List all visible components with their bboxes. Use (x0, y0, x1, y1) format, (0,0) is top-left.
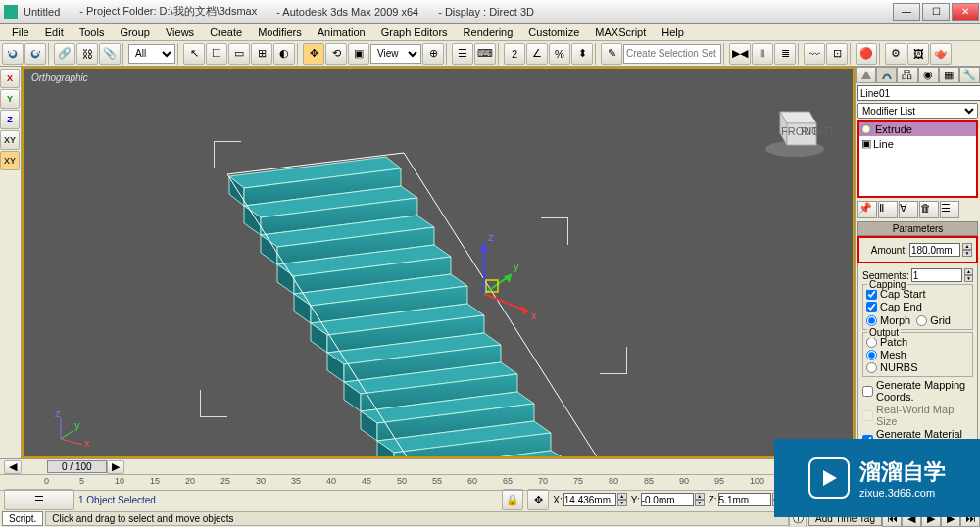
menu-rendering[interactable]: Rendering (456, 24, 521, 40)
script-label[interactable]: Script. (2, 511, 43, 526)
paint-select-button[interactable]: ◐ (273, 43, 295, 65)
menu-help[interactable]: Help (654, 24, 692, 40)
pin-stack-button[interactable]: 📌 (858, 201, 877, 218)
menu-file[interactable]: File (4, 24, 37, 40)
render-button[interactable]: 🫖 (930, 43, 952, 65)
material-editor-button[interactable]: 🔴 (856, 43, 877, 65)
segments-spinner[interactable]: ▲▼ (964, 268, 973, 282)
curve-editor-button[interactable]: 〰 (804, 43, 825, 65)
grid-radio[interactable] (916, 315, 927, 326)
cap-start-check[interactable] (866, 289, 877, 300)
move-gizmo[interactable]: x y z (455, 235, 553, 333)
frame-indicator[interactable]: 0 / 100 (47, 460, 107, 473)
cap-end-check[interactable] (866, 302, 877, 312)
maximize-button[interactable]: ☐ (922, 3, 950, 21)
stack-item-extrude[interactable]: Extrude (859, 122, 976, 136)
pivot-button[interactable]: ⊕ (422, 43, 444, 65)
snap-2d-button[interactable]: 2 (504, 43, 525, 65)
menu-create[interactable]: Create (202, 24, 250, 40)
morph-radio[interactable] (866, 315, 877, 326)
layers-button[interactable]: ≣ (774, 43, 796, 65)
mini-listener-toggle[interactable]: ☰ (4, 489, 74, 510)
create-tab[interactable] (856, 67, 876, 83)
align-button[interactable]: ⫴ (752, 43, 773, 65)
render-frame-button[interactable]: 🖼 (907, 43, 929, 65)
undo-button[interactable] (2, 43, 24, 65)
modifier-stack[interactable]: Extrude ▣Line (858, 120, 978, 198)
unique-button[interactable]: ∀ (899, 201, 918, 218)
select-button[interactable]: ↖ (183, 43, 205, 65)
constrain-x[interactable]: X (0, 69, 20, 88)
next-key-button[interactable]: ▶ (107, 460, 124, 474)
menu-grapheditors[interactable]: Graph Editors (373, 24, 456, 40)
stack-item-line[interactable]: ▣Line (859, 136, 976, 151)
viewcube[interactable]: FRONT RIGHT (770, 104, 819, 153)
rotate-button[interactable]: ⟲ (325, 43, 347, 65)
constrain-xy-active[interactable]: XY (0, 151, 20, 170)
link-button[interactable]: 🔗 (54, 43, 75, 65)
y-coord-input[interactable] (641, 493, 694, 506)
configure-button[interactable]: ☰ (940, 201, 959, 218)
mesh-radio[interactable] (866, 350, 877, 360)
menu-animation[interactable]: Animation (310, 24, 373, 40)
amount-input[interactable] (909, 243, 960, 257)
motion-tab[interactable]: ◉ (918, 67, 939, 83)
select-region-button[interactable]: ▭ (228, 43, 250, 65)
prev-key-button[interactable]: ◀ (4, 460, 22, 474)
world-axis-icon: x y z (53, 409, 92, 449)
bind-button[interactable]: 📎 (99, 43, 121, 65)
spinner-snap-button[interactable]: ⬍ (571, 43, 593, 65)
absolute-mode-button[interactable]: ✥ (527, 489, 549, 510)
snap-percent-button[interactable]: % (549, 43, 570, 65)
nurbs-radio[interactable] (866, 362, 877, 373)
menu-group[interactable]: Group (112, 24, 158, 40)
svg-text:y: y (514, 261, 519, 272)
remove-mod-button[interactable]: 🗑 (919, 201, 939, 218)
lock-selection-button[interactable]: 🔒 (502, 489, 523, 510)
show-end-button[interactable]: Ⅱ (878, 201, 898, 218)
menu-edit[interactable]: Edit (37, 24, 72, 40)
redo-button[interactable] (24, 43, 46, 65)
menu-maxscript[interactable]: MAXScript (587, 24, 654, 40)
window-crossing-button[interactable]: ⊞ (251, 43, 272, 65)
parameters-rollout-header[interactable]: Parameters (858, 221, 978, 236)
selection-filter[interactable]: All (128, 44, 175, 64)
constrain-xy[interactable]: XY (0, 130, 20, 150)
schematic-button[interactable]: ⊡ (826, 43, 848, 65)
move-button[interactable]: ✥ (303, 43, 324, 65)
menu-customize[interactable]: Customize (520, 24, 587, 40)
selection-set-input[interactable] (623, 44, 721, 64)
modifier-list[interactable]: Modifier List (858, 103, 978, 119)
app-icon (4, 5, 18, 19)
gen-mapping-check[interactable] (862, 386, 873, 397)
mirror-button[interactable]: ▶◀ (729, 43, 751, 65)
snap-angle-button[interactable]: ∠ (526, 43, 548, 65)
constrain-z[interactable]: Z (0, 110, 20, 129)
named-sel-edit-button[interactable]: ✎ (601, 43, 622, 65)
segments-input[interactable] (911, 268, 962, 282)
patch-radio[interactable] (866, 337, 877, 348)
utilities-tab[interactable]: 🔧 (959, 67, 980, 83)
menu-modifiers[interactable]: Modifiers (250, 24, 310, 40)
viewport[interactable]: Orthographic (22, 67, 855, 458)
display-tab[interactable]: ▦ (939, 67, 959, 83)
unlink-button[interactable]: ⛓ (76, 43, 98, 65)
amount-spinner[interactable]: ▲▼ (962, 243, 972, 257)
object-name-input[interactable] (858, 85, 980, 101)
menu-views[interactable]: Views (158, 24, 202, 40)
modify-tab[interactable] (876, 67, 897, 83)
x-coord-input[interactable] (564, 493, 616, 506)
close-button[interactable]: ✕ (952, 3, 979, 21)
constrain-y[interactable]: Y (0, 89, 20, 109)
manipulate-button[interactable]: ☰ (452, 43, 473, 65)
minimize-button[interactable]: — (893, 3, 920, 21)
menu-tools[interactable]: Tools (72, 24, 113, 40)
z-coord-input[interactable] (718, 493, 771, 506)
bulb-icon[interactable] (861, 124, 871, 134)
keyboard-button[interactable]: ⌨ (474, 43, 496, 65)
hierarchy-tab[interactable]: 品 (897, 67, 917, 83)
render-setup-button[interactable]: ⚙ (885, 43, 906, 65)
ref-coord-system[interactable]: View (370, 44, 421, 64)
scale-button[interactable]: ▣ (348, 43, 369, 65)
select-name-button[interactable]: ☐ (206, 43, 227, 65)
